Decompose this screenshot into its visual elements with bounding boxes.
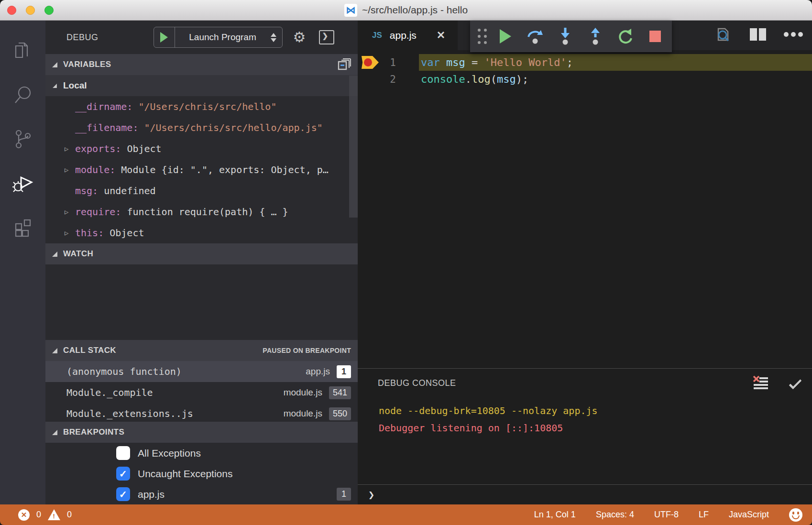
search-icon xyxy=(12,83,34,109)
breakpoints-section-header[interactable]: BREAKPOINTS xyxy=(45,422,358,443)
call-stack-list: (anonymous function) app.js 1 Module._co… xyxy=(45,361,358,422)
open-preview-icon[interactable] xyxy=(713,25,733,46)
continue-icon xyxy=(500,29,511,44)
variable-row[interactable]: ▷this: Object xyxy=(45,222,358,243)
sidebar-scrollbar[interactable] xyxy=(349,76,358,218)
debug-toolbar[interactable] xyxy=(470,21,672,52)
configure-gear-icon[interactable]: ⚙ xyxy=(293,30,306,44)
scope-row-local[interactable]: Local xyxy=(45,75,358,96)
variables-title: VARIABLES xyxy=(63,60,111,69)
variable-row[interactable]: __dirname: "/Users/chris/src/hello" xyxy=(45,96,358,117)
encoding[interactable]: UTF-8 xyxy=(654,510,679,520)
watch-empty-body[interactable] xyxy=(45,264,358,340)
step-over-button[interactable] xyxy=(523,24,547,48)
traffic-lights xyxy=(7,6,54,15)
console-output-line: node --debug-brk=10805 --nolazy app.js xyxy=(379,405,598,416)
zoom-window-button[interactable] xyxy=(44,6,54,15)
step-over-icon xyxy=(526,27,545,45)
eol-sequence[interactable]: LF xyxy=(699,510,709,520)
warnings-icon[interactable]: ! xyxy=(48,509,60,520)
debug-bug-icon xyxy=(11,171,35,197)
sidebar-item-search[interactable] xyxy=(0,74,45,118)
line-number-badge: 550 xyxy=(329,407,351,420)
variables-section-header[interactable]: VARIABLES xyxy=(45,54,358,75)
close-tab-icon[interactable]: ✕ xyxy=(437,29,445,42)
open-debug-console-icon[interactable]: ❯ xyxy=(319,30,334,44)
breakpoint-row[interactable]: ✓ app.js 1 xyxy=(45,484,358,504)
breakpoints-list: All Exceptions ✓ Uncaught Exceptions ✓ a… xyxy=(45,443,358,504)
breakpoints-title: BREAKPOINTS xyxy=(63,427,124,437)
stack-frame-row[interactable]: Module._compile module.js 541 xyxy=(45,382,358,403)
variable-row[interactable]: ▷exports: Object xyxy=(45,138,358,159)
clear-console-icon[interactable] xyxy=(753,375,769,394)
debug-console-input[interactable]: ❯ xyxy=(358,484,812,504)
variables-list: __dirname: "/Users/chris/src/hello" __fi… xyxy=(45,96,358,243)
sidebar-item-source-control[interactable] xyxy=(0,118,45,162)
tab-app-js[interactable]: JS app.js ✕ xyxy=(358,21,458,50)
continue-button[interactable] xyxy=(494,24,517,48)
checkbox-checked[interactable]: ✓ xyxy=(116,467,130,481)
breakpoint-row[interactable]: All Exceptions xyxy=(45,443,358,463)
status-bar: ✕ 0 ! 0 Ln 1, Col 1 Spaces: 4 UTF-8 LF J… xyxy=(0,504,812,525)
launch-config-dropdown[interactable]: Launch Program xyxy=(154,27,283,48)
variable-row[interactable]: msg: undefined xyxy=(45,180,358,201)
checkbox-checked[interactable]: ✓ xyxy=(116,487,130,501)
window-title: ~/src/hello/app.js - hello xyxy=(362,4,468,16)
warning-count[interactable]: 0 xyxy=(67,510,72,520)
extensions-icon xyxy=(12,215,34,241)
prompt-chevron-icon: ❯ xyxy=(368,489,374,501)
stop-button[interactable] xyxy=(643,24,667,48)
restart-button[interactable] xyxy=(613,24,637,48)
feedback-smiley-icon[interactable] xyxy=(789,508,802,522)
git-branch-icon xyxy=(12,127,34,153)
start-debug-button[interactable] xyxy=(154,27,175,47)
line-number-badge: 541 xyxy=(329,386,351,399)
paused-status-label: PAUSED ON BREAKPOINT xyxy=(263,347,351,354)
minimize-window-button[interactable] xyxy=(26,6,35,15)
line-number: 2 xyxy=(358,74,396,85)
errors-icon[interactable]: ✕ xyxy=(18,509,30,521)
titlebar[interactable]: ⋈ ~/src/hello/app.js - hello xyxy=(0,0,812,21)
restart-icon xyxy=(615,27,635,46)
debug-console-panel: DEBUG CONSOLE node --debug-brk=10805 --n… xyxy=(358,368,812,504)
collapse-all-icon[interactable] xyxy=(338,58,351,73)
close-window-button[interactable] xyxy=(7,6,16,15)
twistie-expanded-icon xyxy=(52,62,57,67)
variable-row[interactable]: __filename: "/Users/chris/src/hello/app.… xyxy=(45,117,358,138)
split-editor-icon[interactable] xyxy=(749,26,767,44)
vscode-window: ⋈ ~/src/hello/app.js - hello xyxy=(0,0,812,525)
stack-frame-row[interactable]: (anonymous function) app.js 1 xyxy=(45,361,358,382)
sidebar-item-explorer[interactable] xyxy=(0,30,45,74)
code-editor[interactable]: 1 var msg = 'Hello World'; 2 console.log… xyxy=(358,50,812,368)
step-out-button[interactable] xyxy=(583,24,607,48)
breakpoint-row[interactable]: ✓ Uncaught Exceptions xyxy=(45,463,358,484)
language-mode[interactable]: JavaScript xyxy=(729,510,769,520)
step-into-icon xyxy=(558,27,572,46)
variable-row[interactable]: ▷module: Module {id: ".", exports: Objec… xyxy=(45,159,358,180)
call-stack-section-header[interactable]: CALL STACK PAUSED ON BREAKPOINT xyxy=(45,340,358,361)
collapse-panel-icon[interactable] xyxy=(789,376,801,389)
drag-handle-icon[interactable] xyxy=(478,29,487,44)
sidebar-item-extensions[interactable] xyxy=(0,206,45,250)
stack-frame-row[interactable]: Module._extensions..js module.js 550 xyxy=(45,403,358,422)
cursor-position[interactable]: Ln 1, Col 1 xyxy=(534,510,576,520)
step-into-button[interactable] xyxy=(553,24,577,48)
watch-section-header[interactable]: WATCH xyxy=(45,243,358,264)
variable-row[interactable]: ▷require: function require(path) { … } xyxy=(45,201,358,222)
console-output-line: Debugger listening on [::]:10805 xyxy=(379,422,563,434)
more-actions-icon[interactable] xyxy=(783,31,803,40)
indentation[interactable]: Spaces: 4 xyxy=(596,510,634,520)
scope-label: Local xyxy=(63,80,87,91)
debug-view-header: DEBUG Launch Program ⚙ ❯ xyxy=(45,21,358,54)
sidebar-item-debug[interactable] xyxy=(0,162,45,206)
javascript-file-icon: JS xyxy=(372,31,382,40)
checkbox-unchecked[interactable] xyxy=(116,446,130,460)
code-line-1: var msg = 'Hello World'; xyxy=(421,56,573,68)
editor-group: JS app.js ✕ xyxy=(358,21,812,504)
error-count[interactable]: 0 xyxy=(36,510,41,520)
twistie-expanded-icon xyxy=(52,348,57,353)
vscode-app-icon: ⋈ xyxy=(344,4,357,17)
debug-view-title: DEBUG xyxy=(66,33,99,43)
dropdown-spinner-icon[interactable] xyxy=(271,33,276,42)
call-stack-title: CALL STACK xyxy=(63,346,116,355)
